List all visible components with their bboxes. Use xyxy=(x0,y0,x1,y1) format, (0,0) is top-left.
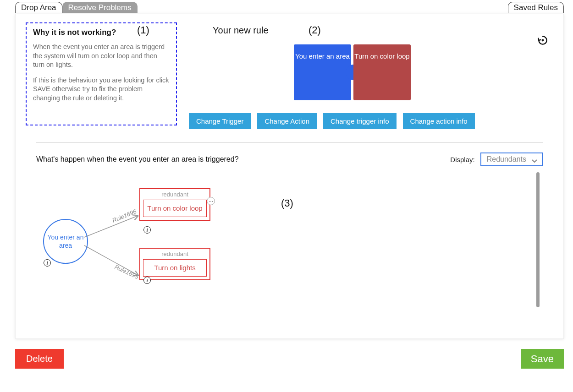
explanation-body: When the event you enter an area is trig… xyxy=(33,43,170,103)
change-action-info-button[interactable]: Change action info xyxy=(403,113,475,129)
rule-puzzle: You enter an area Turn on color loop xyxy=(294,44,413,104)
tab-resolve-problems[interactable]: Resolve Problems xyxy=(62,2,138,13)
graph-canvas: Rule1696 Rule1695 You enter an area i re… xyxy=(36,172,540,329)
save-button[interactable]: Save xyxy=(521,349,564,369)
main-panel: Why it is not working? When the event yo… xyxy=(15,14,564,339)
edge-top-label: Rule1696 xyxy=(111,208,138,224)
change-action-button[interactable]: Change Action xyxy=(257,113,317,129)
chevron-down-icon xyxy=(532,158,537,163)
rule-title: Your new rule xyxy=(213,25,269,36)
action-piece[interactable]: Turn on color loop xyxy=(353,44,411,100)
action-piece-label: Turn on color loop xyxy=(354,52,409,61)
annotation-1: (1) xyxy=(137,24,149,36)
action-node-top-tag: redundant xyxy=(140,189,209,200)
event-node-label: You enter an area xyxy=(46,233,85,250)
info-icon[interactable]: i xyxy=(143,226,151,234)
action-node-bottom[interactable]: redundant Turn on lights xyxy=(139,248,210,280)
edge-bottom-label: Rule1695 xyxy=(114,263,140,280)
trigger-piece-label: You enter an area xyxy=(295,52,350,61)
annotation-3: (3) xyxy=(281,197,293,209)
display-select[interactable]: Redundants xyxy=(480,152,543,166)
explanation-p1: When the event you enter an area is trig… xyxy=(33,43,170,70)
svg-line-2 xyxy=(84,245,138,275)
tab-saved-rules[interactable]: Saved Rules xyxy=(508,2,564,13)
display-label: Display: xyxy=(450,156,474,163)
action-node-top[interactable]: redundant Turn on color loop xyxy=(139,188,210,221)
info-icon[interactable]: i xyxy=(143,277,151,284)
tab-drop-area[interactable]: Drop Area xyxy=(15,2,62,13)
display-select-value: Redundants xyxy=(487,155,526,163)
action-node-bottom-text: Turn on lights xyxy=(143,259,207,277)
action-node-bottom-tag: redundant xyxy=(140,249,209,259)
event-node[interactable]: You enter an area xyxy=(43,219,88,264)
section3-title: What's happen when the event you enter a… xyxy=(36,155,239,163)
scrollbar-thumb[interactable] xyxy=(536,172,540,307)
svg-line-1 xyxy=(84,216,138,237)
change-trigger-info-button[interactable]: Change trigger info xyxy=(323,113,397,129)
graph-scrollbar[interactable] xyxy=(536,172,540,329)
graph-area: Rule1696 Rule1695 You enter an area i re… xyxy=(36,172,540,329)
explanation-box: Why it is not working? When the event yo… xyxy=(26,22,177,125)
svg-point-0 xyxy=(542,39,544,42)
change-buttons-row: Change Trigger Change Action Change trig… xyxy=(189,113,475,129)
divider xyxy=(36,142,543,143)
delete-button[interactable]: Delete xyxy=(15,349,64,369)
section3-header: What's happen when the event you enter a… xyxy=(36,152,543,166)
change-trigger-button[interactable]: Change Trigger xyxy=(189,113,251,129)
trigger-piece[interactable]: You enter an area xyxy=(294,44,351,100)
more-icon[interactable]: ... xyxy=(207,197,215,205)
annotation-2: (2) xyxy=(309,24,321,36)
info-icon[interactable]: i xyxy=(44,259,51,267)
action-node-top-text: Turn on color loop xyxy=(143,200,207,217)
explanation-p2: If this is the behaviuor you are looking… xyxy=(33,76,170,103)
undo-icon[interactable] xyxy=(537,34,549,46)
